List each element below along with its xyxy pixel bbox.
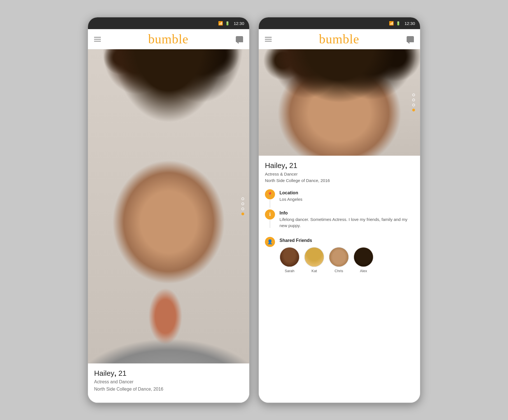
friend-alex: Alex (353, 247, 374, 273)
info-connector (270, 220, 270, 228)
detail-profession: Actress & Dancer North Side College of D… (265, 171, 414, 184)
friend-kat: Kat (304, 247, 324, 273)
profile-school-left: North Side College of Dance, 2016 (94, 386, 243, 392)
shared-friends-item: 👤 Shared Friends Sarah (265, 237, 414, 280)
shared-friends-label: Shared Friends (279, 238, 374, 243)
friend-name-alex: Alex (360, 269, 367, 273)
profile-photo-left (88, 49, 249, 363)
photo-dots-right (412, 94, 415, 111)
location-icon-col: 📍 (265, 189, 275, 208)
detail-dot-4 (412, 109, 415, 111)
avatar-alex (353, 247, 374, 267)
hamburger-menu-left[interactable] (94, 37, 101, 41)
info-content: Info Lifelong dancer. Sometimes Actress.… (279, 209, 414, 236)
hamburger-line-3 (94, 41, 101, 41)
hamburger-line-1 (94, 37, 101, 38)
friend-name-chris: Chris (335, 269, 343, 273)
friend-chris: Chris (329, 247, 349, 273)
left-phone: 📶 🔋 12:30 bumble (87, 17, 250, 403)
avatar-sarah-img (280, 248, 299, 267)
info-icon-badge: ℹ (265, 209, 275, 220)
status-bar-right: 📶 🔋 12:30 (259, 17, 420, 29)
photo-dots-left (241, 197, 244, 215)
avatar-kat (304, 247, 324, 267)
hamburger-line-r2 (265, 39, 272, 39)
battery-icon-left: 🔋 (225, 21, 230, 25)
detail-photo-right (259, 49, 420, 156)
friends-icon: 👤 (265, 237, 275, 247)
location-connector (270, 200, 270, 208)
info-icon-col: ℹ (265, 209, 275, 228)
detail-dot-1 (412, 94, 415, 96)
dot-2-left (241, 202, 244, 205)
location-icon: 📍 (265, 189, 275, 199)
battery-icon-right: 🔋 (396, 21, 400, 25)
status-bar-left: 📶 🔋 12:30 (88, 17, 249, 29)
hamburger-line-2 (94, 39, 101, 39)
chat-button-left[interactable] (236, 36, 243, 42)
avatar-alex-img (354, 248, 373, 267)
friends-icon-col: 👤 (265, 237, 275, 247)
dot-3-left (241, 207, 244, 210)
hamburger-menu-right[interactable] (265, 37, 272, 41)
avatar-chris-img (329, 248, 348, 267)
info-value: Lifelong dancer. Sometimes Actress. I lo… (279, 216, 414, 229)
app-title-right: bumble (319, 32, 359, 46)
detail-dot-2 (412, 99, 415, 101)
nav-bar-right: bumble (259, 29, 420, 49)
location-content: Location Los Angeles (279, 189, 302, 209)
detail-view-right[interactable]: Hailey, 21 Actress & Dancer North Side C… (259, 49, 420, 403)
status-time-left: 12:30 (234, 21, 244, 26)
friend-name-kat: Kat (311, 269, 317, 273)
dot-4-left (241, 213, 244, 215)
nav-bar-left: bumble (88, 29, 249, 49)
signal-icon-right: 📶 (389, 21, 394, 25)
friends-content: Shared Friends Sarah Kat (279, 237, 374, 280)
chat-icon-left (236, 36, 243, 42)
chat-button-right[interactable] (407, 36, 414, 42)
info-item: ℹ Info Lifelong dancer. Sometimes Actres… (265, 209, 414, 236)
signal-icon-left: 📶 (218, 21, 223, 25)
right-phone: 📶 🔋 12:30 bumble Hai (258, 17, 421, 403)
avatar-kat-img (305, 248, 324, 267)
dot-1-left (241, 197, 244, 200)
location-value: Los Angeles (279, 196, 302, 203)
detail-profile-name: Hailey, 21 (265, 161, 414, 170)
photo-area-left (88, 49, 249, 363)
profile-info-left: Hailey, 21 Actress and Dancer North Side… (88, 363, 249, 403)
avatar-sarah (279, 247, 300, 267)
app-title-left: bumble (148, 32, 188, 46)
detail-info-section: Hailey, 21 Actress & Dancer North Side C… (259, 156, 420, 403)
chat-icon-right (407, 36, 414, 42)
friend-name-sarah: Sarah (285, 269, 295, 273)
friend-sarah: Sarah (279, 247, 300, 273)
profile-card-left[interactable]: Hailey, 21 Actress and Dancer North Side… (88, 49, 249, 403)
hamburger-line-r1 (265, 37, 272, 38)
hamburger-line-r3 (265, 41, 272, 41)
profile-name-left: Hailey, 21 (94, 369, 243, 378)
status-time-right: 12:30 (404, 21, 415, 26)
friends-row: Sarah Kat Chris (279, 247, 374, 273)
detail-photo-img-right (259, 49, 420, 156)
avatar-chris (329, 247, 349, 267)
info-label: Info (279, 211, 414, 216)
location-label: Location (279, 190, 302, 195)
profile-profession-left: Actress and Dancer (94, 379, 243, 385)
location-item: 📍 Location Los Angeles (265, 189, 414, 209)
detail-dot-3 (412, 104, 415, 106)
